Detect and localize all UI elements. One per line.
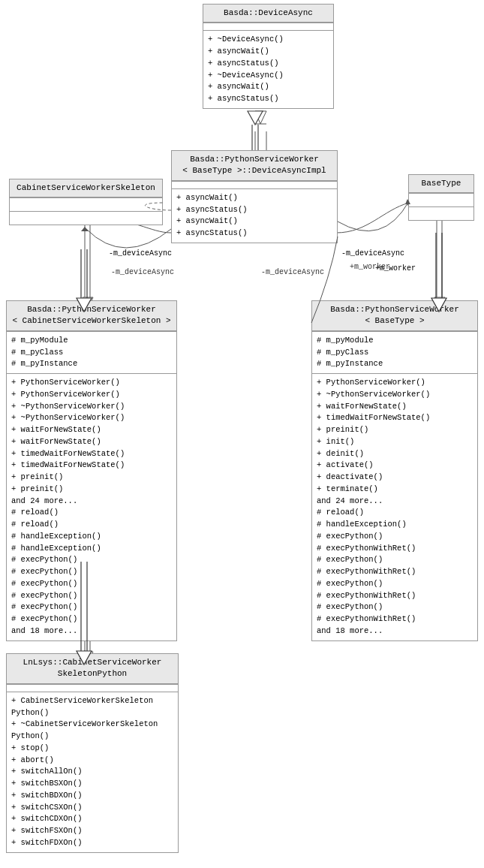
lnsys-attrs — [7, 684, 178, 692]
uml-diagram: -m_deviceAsync -m_deviceAsync +m_worker … — [0, 0, 484, 868]
arrow-label-m-deviceasync-left: -m_deviceAsync — [109, 249, 172, 258]
svg-marker-2 — [255, 111, 266, 124]
psw-right-header: Basda::PythonServiceWorker< BaseType > — [312, 301, 477, 331]
label-m-worker: +m_worker — [350, 263, 390, 271]
base-type-title: BaseType — [422, 179, 461, 188]
psw-right-title: Basda::PythonServiceWorker< BaseType > — [330, 305, 459, 325]
device-async-header: Basda::DeviceAsync — [203, 5, 333, 23]
lnsys-box: LnLsys::CabinetServiceWorkerSkeletonPyth… — [6, 653, 179, 853]
psw-right-methods: + PythonServiceWorker() + ~PythonService… — [312, 373, 477, 640]
label-m-deviceasync-left: -m_deviceAsync — [111, 268, 174, 276]
base-type-attrs — [409, 193, 473, 206]
psw-middle-title: Basda::PythonServiceWorker< BaseType >::… — [182, 155, 326, 175]
psw-left-methods: + PythonServiceWorker() + PythonServiceW… — [7, 373, 176, 640]
base-type-box: BaseType — [408, 174, 474, 221]
cabinet-skeleton-box: CabinetServiceWorkerSkeleton — [9, 179, 163, 225]
device-async-box: Basda::DeviceAsync + ~DeviceAsync() + as… — [203, 4, 334, 109]
psw-left-header: Basda::PythonServiceWorker< CabinetServi… — [7, 301, 176, 331]
lnsys-header: LnLsys::CabinetServiceWorkerSkeletonPyth… — [7, 654, 178, 684]
psw-middle-box: Basda::PythonServiceWorker< BaseType >::… — [171, 150, 338, 243]
lnsys-title: LnLsys::CabinetServiceWorkerSkeletonPyth… — [23, 658, 162, 678]
psw-right-box: Basda::PythonServiceWorker< BaseType > #… — [311, 300, 478, 641]
label-m-deviceasync-right: -m_deviceAsync — [261, 268, 324, 276]
psw-left-box: Basda::PythonServiceWorker< CabinetServi… — [6, 300, 177, 641]
lnsys-methods: + CabinetServiceWorkerSkeleton Python() … — [7, 692, 178, 852]
device-async-attrs — [203, 23, 333, 30]
psw-middle-attrs — [172, 181, 337, 188]
psw-middle-header: Basda::PythonServiceWorker< BaseType >::… — [172, 151, 337, 181]
arrow-label-m-worker: +m_worker — [375, 264, 416, 273]
cabinet-skeleton-attrs — [10, 197, 162, 211]
psw-middle-methods: + asyncWait() + asyncStatus() + asyncWai… — [172, 188, 337, 243]
svg-marker-28 — [81, 227, 89, 231]
base-type-header: BaseType — [409, 175, 473, 193]
svg-marker-18 — [248, 111, 263, 125]
psw-left-attrs: # m_pyModule # m_pyClass # m_pyInstance — [7, 331, 176, 373]
cabinet-skeleton-title: CabinetServiceWorkerSkeleton — [17, 183, 155, 192]
cabinet-skeleton-methods — [10, 211, 162, 225]
cabinet-skeleton-header: CabinetServiceWorkerSkeleton — [10, 179, 162, 197]
psw-left-title: Basda::PythonServiceWorker< CabinetServi… — [12, 305, 170, 325]
arrow-label-m-deviceasync-right: -m_deviceAsync — [341, 249, 404, 258]
psw-right-attrs: # m_pyModule # m_pyClass # m_pyInstance — [312, 331, 477, 373]
device-async-title: Basda::DeviceAsync — [224, 8, 313, 17]
base-type-methods — [409, 206, 473, 220]
device-async-methods: + ~DeviceAsync() + asyncWait() + asyncSt… — [203, 30, 333, 108]
